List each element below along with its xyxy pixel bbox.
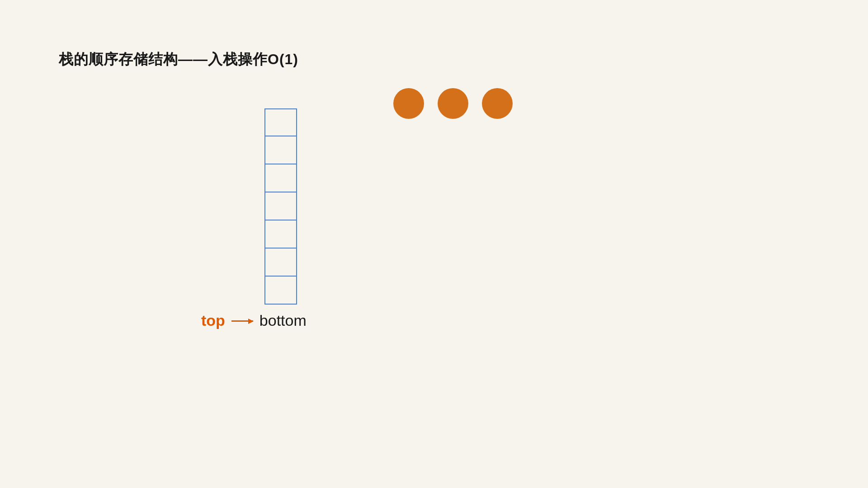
stack-cell-5	[264, 221, 297, 249]
label-bottom: bottom	[259, 312, 307, 329]
stack-cell-4	[264, 192, 297, 221]
stack-labels: top bottom	[201, 312, 307, 329]
circle-1	[393, 88, 424, 119]
circles-group	[393, 88, 513, 119]
circle-3	[482, 88, 513, 119]
stack-cell-2	[264, 136, 297, 164]
page-title: 栈的顺序存储结构——入栈操作O(1)	[59, 50, 298, 70]
circle-2	[438, 88, 468, 119]
label-top: top	[201, 312, 225, 329]
stack-cell-6	[264, 249, 297, 277]
stack-diagram	[264, 108, 297, 305]
stack-cell-7	[264, 277, 297, 305]
stack-cell-1	[264, 108, 297, 136]
arrow-icon	[231, 320, 253, 322]
stack-cell-3	[264, 164, 297, 192]
